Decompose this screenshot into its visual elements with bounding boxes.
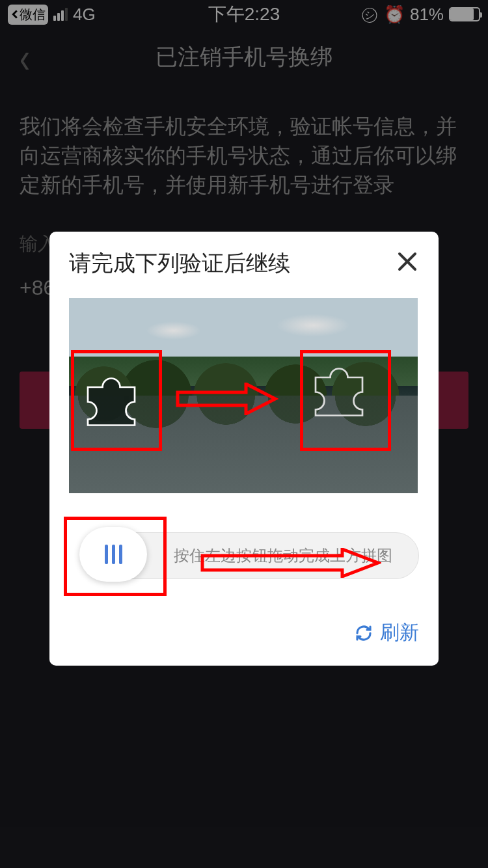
annotation-box-source — [71, 350, 162, 451]
refresh-label: 刷新 — [380, 619, 419, 646]
close-button[interactable] — [396, 249, 419, 278]
captcha-modal: 请完成下列验证后继续 — [49, 232, 439, 666]
refresh-button[interactable]: 刷新 — [69, 619, 419, 646]
annotation-arrow-2-icon — [199, 548, 381, 578]
slider-area: 按住左边按钮拖动完成上方拼图 — [69, 522, 419, 593]
captcha-image — [69, 298, 418, 493]
captcha-modal-overlay: 请完成下列验证后继续 — [0, 0, 488, 868]
annotation-box-target — [300, 350, 391, 451]
refresh-icon — [354, 623, 373, 643]
annotation-box-slider — [64, 517, 167, 596]
annotation-arrow-icon — [174, 383, 278, 415]
captcha-title: 请完成下列验证后继续 — [69, 249, 290, 278]
